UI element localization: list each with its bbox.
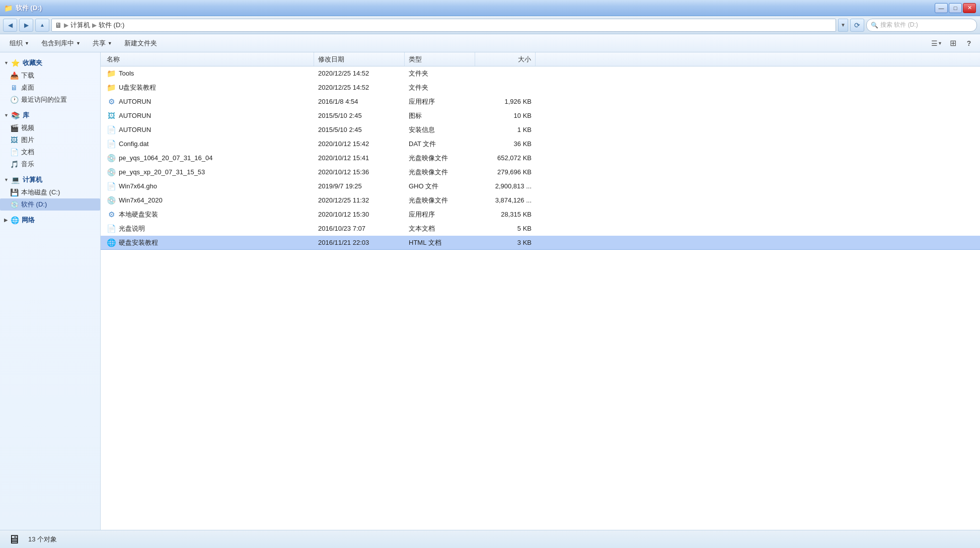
- layout-button[interactable]: ⊞: [946, 37, 960, 50]
- file-date-cell: 2016/1/8 4:54: [314, 98, 405, 105]
- search-box[interactable]: 🔍 搜索 软件 (D:): [866, 19, 977, 32]
- file-list: 📁 Tools 2020/12/25 14:52 文件夹 📁 U盘安装教程 20…: [101, 66, 980, 250]
- soft-d-label: 软件 (D:): [21, 200, 47, 209]
- file-date-cell: 2015/5/10 2:45: [314, 112, 405, 119]
- file-name-cell: 💿 pe_yqs_xp_20_07_31_15_53: [103, 168, 314, 177]
- sidebar-item-video[interactable]: 🎬 视频: [0, 122, 100, 134]
- music-icon: 🎵: [10, 160, 18, 168]
- column-header-name[interactable]: 名称: [103, 52, 314, 66]
- address-path[interactable]: 🖥 ▶ 计算机 ▶ 软件 (D:): [51, 19, 836, 32]
- sidebar-item-document[interactable]: 📄 文档: [0, 146, 100, 158]
- table-row[interactable]: 📁 Tools 2020/12/25 14:52 文件夹: [101, 66, 980, 81]
- close-button[interactable]: ✕: [963, 3, 976, 13]
- favorites-arrow: ▼: [4, 60, 9, 65]
- file-icon: 📄: [107, 140, 116, 149]
- path-drive[interactable]: 软件 (D:): [99, 21, 124, 30]
- downloads-icon: 📥: [10, 72, 18, 80]
- file-date-cell: 2015/5/10 2:45: [314, 126, 405, 133]
- maximize-button[interactable]: □: [949, 3, 962, 13]
- table-row[interactable]: ⚙ AUTORUN 2016/1/8 4:54 应用程序 1,926 KB: [101, 95, 980, 109]
- sidebar-item-picture[interactable]: 🖼 图片: [0, 134, 100, 146]
- file-icon: 📁: [107, 69, 116, 78]
- new-folder-button[interactable]: 新建文件夹: [119, 36, 163, 50]
- up-button[interactable]: ▲: [35, 19, 49, 32]
- forward-button[interactable]: ▶: [19, 19, 33, 32]
- file-name-cell: 🌐 硬盘安装教程: [103, 238, 314, 247]
- column-header-size[interactable]: 大小: [475, 52, 536, 66]
- file-name-cell: ⚙ 本地硬盘安装: [103, 210, 314, 219]
- share-button[interactable]: 共享 ▼: [87, 36, 118, 50]
- file-name-cell: 🖼 AUTORUN: [103, 111, 314, 120]
- table-row[interactable]: 📄 AUTORUN 2015/5/10 2:45 安装信息 1 KB: [101, 123, 980, 137]
- table-row[interactable]: 💿 Win7x64_2020 2020/12/25 11:32 光盘映像文件 3…: [101, 193, 980, 208]
- sidebar-item-recent[interactable]: 🕐 最近访问的位置: [0, 94, 100, 106]
- organize-label: 组织: [10, 39, 23, 48]
- new-folder-label: 新建文件夹: [124, 39, 157, 48]
- file-name-cell: 📄 Win7x64.gho: [103, 182, 314, 191]
- table-row[interactable]: 📄 Win7x64.gho 2019/9/7 19:25 GHO 文件 2,90…: [101, 179, 980, 193]
- help-button[interactable]: ?: [962, 37, 976, 50]
- table-row[interactable]: 🖼 AUTORUN 2015/5/10 2:45 图标 10 KB: [101, 109, 980, 123]
- sidebar-favorites-header[interactable]: ▼ ⭐ 收藏夹: [0, 56, 100, 70]
- table-row[interactable]: 📄 Config.dat 2020/10/12 15:42 DAT 文件 36 …: [101, 137, 980, 151]
- path-computer[interactable]: 计算机: [70, 21, 90, 30]
- minimize-button[interactable]: —: [935, 3, 948, 13]
- toolbar-right: ☰ ▼ ⊞ ?: [930, 37, 976, 50]
- sidebar-item-music[interactable]: 🎵 音乐: [0, 158, 100, 170]
- table-row[interactable]: 📁 U盘安装教程 2020/12/25 14:52 文件夹: [101, 81, 980, 95]
- refresh-button[interactable]: ⟳: [850, 19, 864, 32]
- document-label: 文档: [21, 148, 34, 157]
- status-icon: 🖥: [6, 531, 22, 547]
- main-layout: ▼ ⭐ 收藏夹 📥 下载 🖥 桌面 🕐 最近访问的位置 ▼ 📚 库: [0, 52, 980, 530]
- table-row[interactable]: 💿 pe_yqs_1064_20_07_31_16_04 2020/10/12 …: [101, 151, 980, 165]
- sidebar-section-computer: ▼ 💻 计算机 💾 本地磁盘 (C:) 💿 软件 (D:): [0, 173, 100, 211]
- col-type-label: 类型: [409, 55, 422, 64]
- computer-label: 计算机: [23, 175, 42, 184]
- sidebar-item-downloads[interactable]: 📥 下载: [0, 70, 100, 82]
- window-icon: 📁: [4, 4, 13, 12]
- table-row[interactable]: 💿 pe_yqs_xp_20_07_31_15_53 2020/10/12 15…: [101, 165, 980, 179]
- file-name-cell: ⚙ AUTORUN: [103, 97, 314, 106]
- file-name: 硬盘安装教程: [119, 238, 158, 247]
- include-library-button[interactable]: 包含到库中 ▼: [36, 36, 86, 50]
- sidebar-item-local-c[interactable]: 💾 本地磁盘 (C:): [0, 186, 100, 198]
- address-bar: ◀ ▶ ▲ 🖥 ▶ 计算机 ▶ 软件 (D:) ▼ ⟳ 🔍 搜索 软件 (D:): [0, 16, 980, 34]
- back-button[interactable]: ◀: [3, 19, 17, 32]
- file-size-cell: 5 KB: [475, 225, 536, 232]
- file-name-cell: 📄 Config.dat: [103, 140, 314, 149]
- picture-label: 图片: [21, 135, 34, 145]
- file-icon: 📄: [107, 125, 116, 134]
- file-date-cell: 2020/10/12 15:41: [314, 154, 405, 162]
- sidebar-computer-header[interactable]: ▼ 💻 计算机: [0, 173, 100, 186]
- file-icon: ⚙: [107, 97, 116, 106]
- file-icon: ⚙: [107, 210, 116, 219]
- file-type-cell: 安装信息: [405, 125, 475, 134]
- file-size-cell: 28,315 KB: [475, 211, 536, 218]
- address-dropdown-button[interactable]: ▼: [838, 19, 848, 32]
- toolbar: 组织 ▼ 包含到库中 ▼ 共享 ▼ 新建文件夹 ☰ ▼ ⊞ ?: [0, 34, 980, 52]
- file-size-cell: 652,072 KB: [475, 154, 536, 162]
- file-date-cell: 2020/10/12 15:30: [314, 211, 405, 218]
- path-separator-1: ▶: [64, 22, 68, 29]
- table-row[interactable]: ⚙ 本地硬盘安装 2020/10/12 15:30 应用程序 28,315 KB: [101, 208, 980, 222]
- view-toggle-button[interactable]: ☰ ▼: [930, 37, 944, 50]
- sidebar-library-header[interactable]: ▼ 📚 库: [0, 109, 100, 122]
- file-name-cell: 💿 pe_yqs_1064_20_07_31_16_04: [103, 154, 314, 163]
- table-row[interactable]: 🌐 硬盘安装教程 2016/11/21 22:03 HTML 文档 3 KB: [101, 236, 980, 250]
- sidebar-network-header[interactable]: ▶ 🌐 网络: [0, 214, 100, 227]
- column-header-date[interactable]: 修改日期: [314, 52, 405, 66]
- table-row[interactable]: 📄 光盘说明 2016/10/23 7:07 文本文档 5 KB: [101, 222, 980, 236]
- file-type-cell: DAT 文件: [405, 140, 475, 149]
- file-type-cell: 文本文档: [405, 224, 475, 233]
- sidebar-item-desktop[interactable]: 🖥 桌面: [0, 82, 100, 94]
- file-icon: 🌐: [107, 238, 116, 247]
- file-size-cell: 279,696 KB: [475, 168, 536, 176]
- file-icon: 📁: [107, 83, 116, 92]
- sidebar-section-library: ▼ 📚 库 🎬 视频 🖼 图片 📄 文档 🎵 音乐: [0, 109, 100, 170]
- library-icon: 📚: [12, 111, 20, 119]
- col-name-label: 名称: [107, 55, 120, 64]
- organize-button[interactable]: 组织 ▼: [4, 36, 35, 50]
- sidebar-item-soft-d[interactable]: 💿 软件 (D:): [0, 198, 100, 211]
- downloads-label: 下载: [21, 71, 34, 80]
- column-header-type[interactable]: 类型: [405, 52, 475, 66]
